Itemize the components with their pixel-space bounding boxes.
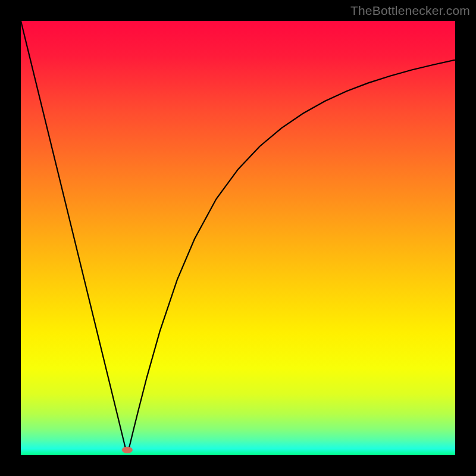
watermark-text: TheBottlenecker.com xyxy=(350,4,470,18)
plot-area xyxy=(21,21,455,455)
chart-svg xyxy=(21,21,455,455)
gradient-background xyxy=(21,21,455,455)
chart-frame: TheBottlenecker.com xyxy=(0,0,476,476)
minimum-marker xyxy=(122,447,133,453)
